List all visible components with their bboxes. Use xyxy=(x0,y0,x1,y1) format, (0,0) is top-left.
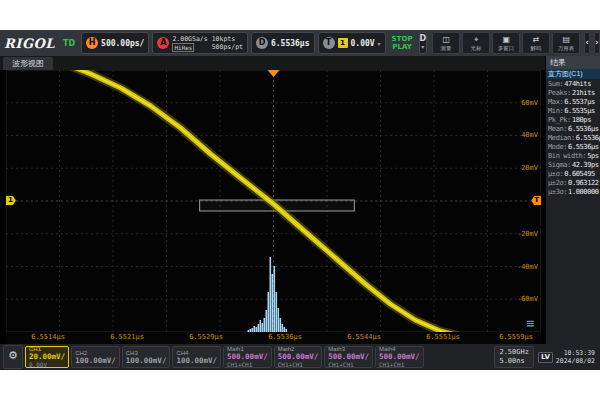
stat-label: Pk_Pk: xyxy=(548,116,571,125)
stat-row: Pk_Pk:180ps xyxy=(546,116,600,125)
stat-value: 0.963122 xyxy=(568,179,599,188)
acquire-icon: A xyxy=(157,37,169,49)
v-axis-label: -40mV xyxy=(517,263,538,271)
channel-box-ch4[interactable]: CH4100.00mV/ xyxy=(172,346,221,368)
clock-time: 10:53:39 xyxy=(564,349,595,357)
dvm-icon: ▤ xyxy=(562,35,570,44)
stat-value: 21hits xyxy=(572,89,595,98)
horizontal-scale-button[interactable]: H 500.00ps/ xyxy=(81,32,149,54)
channel-box-ch3[interactable]: CH3100.00mV/ xyxy=(122,346,171,368)
trigger-source-badge: 1 xyxy=(338,38,348,48)
counter-period: 5.00ns xyxy=(499,357,529,366)
clock-date: 2024/08/02 xyxy=(556,357,595,365)
stat-label: Peaks: xyxy=(548,89,571,98)
tab-waveform-view[interactable]: 波形视图 xyxy=(3,57,53,70)
stat-row: Peaks:21hits xyxy=(546,89,600,98)
topbar: RIGOL TD H 500.00ps/ A 2.00GSa/s 10kpts … xyxy=(0,30,600,56)
tool-label: 测量 xyxy=(441,44,452,50)
v-axis-label: 60mV xyxy=(521,99,538,107)
stat-row: Mean:6.5536μs xyxy=(546,125,600,134)
tool-dvm-button[interactable]: ▤万用表 xyxy=(552,32,580,54)
stat-label: Sigma: xyxy=(548,161,571,170)
settings-gear-button[interactable]: ⚙ xyxy=(3,345,23,369)
counter-box[interactable]: 2.50GHz 5.00ns xyxy=(494,346,534,368)
delay-value: 6.5536μs xyxy=(271,39,310,48)
channel-scale: 100.00mV/ xyxy=(176,357,217,365)
stat-value: 5ps xyxy=(587,152,598,161)
trigger-icon: T xyxy=(323,37,335,49)
stat-label: Median: xyxy=(548,134,575,143)
multi-window-icon: ▣ xyxy=(502,35,510,44)
stat-label: μ±σ: xyxy=(548,170,563,179)
channel-box-ch2[interactable]: CH2100.00mV/ xyxy=(71,346,120,368)
tool-decode-button[interactable]: ⇄解码 xyxy=(522,32,550,54)
run-state-line1: STOP xyxy=(392,35,413,43)
horizontal-icon: H xyxy=(86,37,98,49)
stat-value: 6.5536μs xyxy=(568,125,599,134)
stat-value: 1.000000 xyxy=(568,188,599,197)
chevron-down-icon: ▾ xyxy=(378,40,381,47)
t-axis-label: 6.5544μs xyxy=(347,333,381,341)
v-axis-label: 40mV xyxy=(521,131,538,139)
stat-row: Mode:6.5536μs xyxy=(546,143,600,152)
v-axis-label: 20mV xyxy=(521,164,538,172)
trigger-settings-button[interactable]: T 1 0.00V ▾ xyxy=(318,32,386,54)
stat-row: Max:6.5537μs xyxy=(546,98,600,107)
trigger-level-value: 0.00V xyxy=(351,39,375,48)
bottom-bar: ⚙ CH120.00mV/0.00VCH2100.00mV/CH3100.00m… xyxy=(0,344,600,370)
sample-resolution: 500ps/pt xyxy=(212,43,243,52)
channel-scale: 500.00mV/ xyxy=(278,353,319,361)
tool-cursor-button[interactable]: ⌖光标 xyxy=(462,32,490,54)
trigger-position-marker[interactable] xyxy=(268,70,280,77)
main-area: 波形视图 1 T ≡ 60mV40mV20mV-20mV-40mV-60mV 6… xyxy=(0,56,600,344)
channel-box-ch1[interactable]: CH120.00mV/0.00V xyxy=(25,346,69,368)
stat-label: Min: xyxy=(548,107,563,116)
stat-label: μ±3σ: xyxy=(548,188,567,197)
oscilloscope-screen: RIGOL TD H 500.00ps/ A 2.00GSa/s 10kpts … xyxy=(0,30,600,370)
horizontal-delay-button[interactable]: D 6.5536μs xyxy=(251,32,315,54)
channel-scale: 20.00mV/ xyxy=(29,353,65,361)
channel-box-math4[interactable]: Math4500.00mV/CH1+CH1 xyxy=(375,346,424,368)
tool-label: 解码 xyxy=(531,44,542,50)
default-label: D xyxy=(420,35,427,43)
menu-icon[interactable]: ≡ xyxy=(526,318,535,329)
t-axis-label: 6.5529μs xyxy=(189,333,223,341)
stat-row: μ±3σ:1.000000 xyxy=(546,188,600,197)
histogram-result-title[interactable]: 直方图(C1) xyxy=(546,69,600,79)
rigol-logo: RIGOL xyxy=(4,36,55,51)
acquisition-button[interactable]: A 2.00GSa/s 10kpts HiRes 500ps/pt xyxy=(152,32,248,54)
tool-multi-window-button[interactable]: ▣多窗口 xyxy=(492,32,520,54)
stat-label: Sum: xyxy=(548,80,563,89)
stat-row: μ±2σ:0.963122 xyxy=(546,179,600,188)
stat-value: 6.5535μs xyxy=(564,107,595,116)
channel-sub: CH1+CH1 xyxy=(227,361,268,368)
run-state-button[interactable]: STOP PLAY xyxy=(389,33,416,53)
waveform-plot[interactable]: 1 T ≡ 60mV40mV20mV-20mV-40mV-60mV xyxy=(6,70,541,332)
acq-mode-badge: HiRes xyxy=(172,43,194,52)
stat-row: Median:6.5536μs xyxy=(546,134,600,143)
lan-status-badge: LV xyxy=(538,352,553,363)
stat-label: μ±2σ: xyxy=(548,179,567,188)
default-button[interactable]: D ▾ xyxy=(419,32,428,54)
channel-scale: 500.00mV/ xyxy=(328,353,369,361)
channel-box-math1[interactable]: Math1500.00mV/CH1+CH1 xyxy=(223,346,272,368)
screenshot-canvas: RIGOL TD H 500.00ps/ A 2.00GSa/s 10kpts … xyxy=(0,0,600,400)
stat-row: Bin width:5ps xyxy=(546,152,600,161)
tool-label: 万用表 xyxy=(558,44,574,50)
channel-box-math2[interactable]: Math2500.00mV/CH1+CH1 xyxy=(274,346,323,368)
toolbar-prev-button[interactable]: ‹ xyxy=(584,32,590,54)
histogram-bars xyxy=(248,257,288,332)
stat-label: Bin width: xyxy=(548,152,586,161)
stat-row: μ±σ:0.605495 xyxy=(546,170,600,179)
histogram-stats: Sum:474hitsPeaks:21hitsMax:6.5537μsMin:6… xyxy=(546,79,600,197)
tool-measure-button[interactable]: ◫测量 xyxy=(432,32,460,54)
t-axis-label: 6.5551μs xyxy=(426,333,460,341)
toolbar-next-button[interactable]: › xyxy=(594,32,600,54)
stat-label: Mean: xyxy=(548,125,567,134)
results-header: 结果 xyxy=(546,56,600,69)
acquisition-readout: 2.00GSa/s 10kpts HiRes 500ps/pt xyxy=(172,35,243,52)
memory-depth: 10kpts xyxy=(212,35,243,43)
cursor-icon: ⌖ xyxy=(474,35,479,44)
channel-box-math3[interactable]: Math3500.00mV/CH1+CH1 xyxy=(324,346,373,368)
results-panel: 结果 直方图(C1) Sum:474hitsPeaks:21hitsMax:6.… xyxy=(545,56,600,344)
